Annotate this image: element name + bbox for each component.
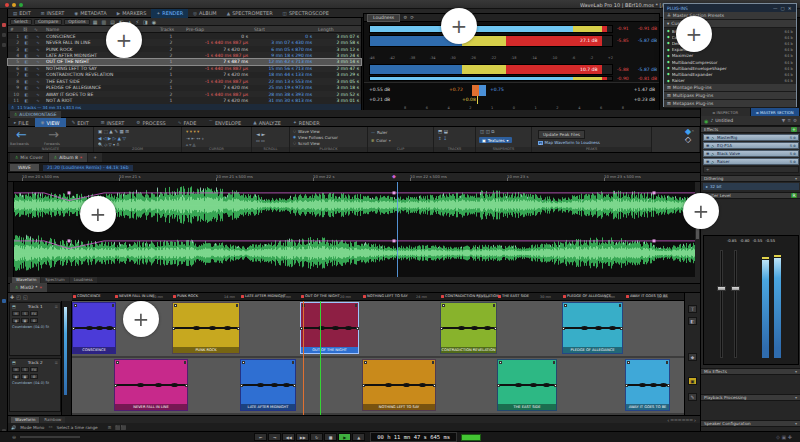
clip-fade-handle[interactable] <box>493 304 496 307</box>
clip-out-of-the-night[interactable]: OUT OF THE NIGHT <box>300 302 359 354</box>
warning-icon[interactable]: ▣ <box>688 377 697 385</box>
song-marker[interactable]: CONSCIENCE <box>73 294 101 298</box>
transport-go-start-button[interactable]: ⇤ <box>254 433 267 441</box>
clip-handle-left[interactable] <box>240 384 243 387</box>
fold-icon[interactable]: ◱ <box>23 294 28 300</box>
track-collapse-icon[interactable]: ⬒ <box>12 304 16 309</box>
clip-fade-handle[interactable] <box>666 361 669 364</box>
montage-footer-tab-waveform[interactable]: Waveform <box>11 417 39 423</box>
ribbon-tab-file[interactable]: ▸FILE <box>8 118 35 127</box>
tracks-icons[interactable]: ⬒ ⬓ <box>438 129 448 134</box>
montage-footer-tab-rainbow[interactable]: Rainbow <box>40 417 65 423</box>
ribbon-tab-envelope[interactable]: ⌒ENVELOPE <box>202 118 247 127</box>
minimize-icon[interactable]: — <box>771 6 779 11</box>
track-option-button[interactable]: ◉ <box>12 374 20 379</box>
montage-lane-1[interactable]: CONSCIENCEPUNK ROCKOUT OF THE NIGHTCONTR… <box>72 301 684 356</box>
wave-file-label[interactable]: 21:20 (Loudness Remix) - 44.1k 16b <box>43 165 133 171</box>
transport-rewind-button[interactable]: ◀◀ <box>282 433 295 441</box>
montage-lane-2[interactable]: NEVER FALL IN LINELATE AFTER MIDNIGHTNOT… <box>72 358 684 413</box>
grid-icon[interactable]: ⊞ <box>108 425 112 430</box>
clip-fade-handle[interactable] <box>442 304 445 307</box>
loudness-tab[interactable]: Loudness <box>367 14 400 22</box>
clip-handle-right[interactable] <box>293 384 296 387</box>
clip-handle-right[interactable] <box>185 384 188 387</box>
cursor-icons[interactable]: ▵ ▿ ◬ <box>186 142 196 147</box>
wave-time-ruler[interactable]: ◆ 10 mn 20 s 500 ms10 mn 21 s10 mn 21 s … <box>8 173 700 182</box>
tool-icon[interactable] <box>2 33 6 37</box>
timecode-display[interactable]: 00 h 11 mn 47 s 645 ms <box>370 432 457 442</box>
audiomontage-tab[interactable]: ≛ AUDIOMONTAGE <box>10 111 61 118</box>
navigate-back-icon[interactable]: ← <box>16 128 27 142</box>
clip-handle-left[interactable] <box>497 384 500 387</box>
record-ready-badge[interactable]: R <box>791 193 797 198</box>
ruler-option[interactable]: —Ruler <box>371 130 387 136</box>
speaker-icon[interactable]: 🔊 <box>11 425 16 430</box>
column-header[interactable]: ⛓ <box>21 27 32 32</box>
marker-diamond-icon[interactable]: ◆ <box>392 173 396 179</box>
clip-fade-handle[interactable] <box>432 361 435 364</box>
clip-handle-right[interactable] <box>620 327 623 330</box>
track-menu-icon[interactable]: ≡ <box>54 304 58 309</box>
track-option-button[interactable]: ⚙ <box>30 374 38 379</box>
cursor-icons[interactable]: ⇥ ⇤ ↔ ⌖ <box>186 136 204 141</box>
master-level-header[interactable]: Master Level R <box>701 192 800 199</box>
maximize-icon[interactable]: ▢ <box>779 6 786 11</box>
effect-slot-black-valve[interactable]: ≡🔊Black ValveS⊗ <box>703 150 799 157</box>
scroll-icons[interactable]: ◄ ► <box>256 131 265 137</box>
fader-handle-left[interactable] <box>717 286 726 291</box>
tracks-icons[interactable]: ↥ ↧ <box>438 136 447 141</box>
track-option-button[interactable]: ▣ <box>21 318 29 323</box>
dither-row[interactable]: ▸ 32 bit <box>703 183 799 190</box>
color-option[interactable]: ✲Color▾ <box>371 138 391 144</box>
transport-go-end-button[interactable]: ⇥ <box>268 433 281 441</box>
ribbon-tab-analyze[interactable]: ▲ANALYZE <box>247 118 287 127</box>
track-s-button[interactable]: S <box>21 311 29 316</box>
table-row[interactable]: 7◧∿CONTRADICTION REVELATION17 s 420 ms18… <box>8 72 361 78</box>
track-fx-button[interactable]: FX <box>30 311 38 316</box>
bottom-header-speaker-configuration[interactable]: Speaker Configuration▾ <box>701 420 800 427</box>
effect-slot-masterrig[interactable]: ≡🔊MasterRigS⊗ <box>703 134 799 141</box>
gear-icon[interactable]: ⚙ <box>793 118 797 123</box>
tool-icon[interactable] <box>2 43 6 47</box>
song-marker[interactable]: OUT OF THE NIGHT <box>301 294 340 298</box>
navigate-forward-icon[interactable]: → <box>48 128 59 142</box>
track-option-button[interactable]: ⚙ <box>30 318 38 323</box>
power-icon[interactable]: ◉ <box>704 118 708 124</box>
track-m-button[interactable]: M <box>12 367 20 372</box>
montage-splitter[interactable]: ◆ ◇ <box>684 127 698 145</box>
track-header[interactable]: ⬒Track 1≡MSFX◉▣⚙Countdown (04.0) St <box>9 302 61 356</box>
clip-fade-handle[interactable] <box>74 304 77 307</box>
block-icon[interactable]: ⬛⬛ <box>115 425 125 430</box>
clip-fade-handle[interactable] <box>619 304 622 307</box>
song-marker[interactable]: NEVER FALL IN LINE <box>115 294 155 298</box>
menu-tab-insert[interactable]: ⊞INSERT <box>36 9 70 18</box>
table-row[interactable]: 4◧∿LATE AFTER MIDNIGHT2-1 s 440 ms 887 µ… <box>8 52 361 58</box>
menu-icon[interactable]: ≡ <box>787 118 791 123</box>
bottom-header-mix-effects[interactable]: Mix Effects▾ <box>701 368 800 375</box>
bypass-icon[interactable]: ⊗ <box>793 136 796 140</box>
zoom-window-icon[interactable] <box>19 3 23 7</box>
solo-icon[interactable]: S <box>790 160 792 164</box>
ribbon-tab-insert[interactable]: ⊞INSERT <box>95 118 131 127</box>
track-menu-icon[interactable]: ≡ <box>54 360 58 365</box>
column-header[interactable]: # <box>8 27 21 32</box>
album-toolbar-icon[interactable]: ⚡ <box>134 19 140 25</box>
clip-handle-right[interactable] <box>554 384 557 387</box>
ribbon-tab-fade[interactable]: ∿FADE <box>172 118 203 127</box>
track-s-button[interactable]: S <box>21 367 29 372</box>
album-toolbar-options-button[interactable]: Options <box>64 19 89 25</box>
zoom-tool-icon[interactable]: ◧ <box>688 317 697 325</box>
track-header[interactable]: ⬒Track 2≡MSFX◉▣⚙Countdown (04.0) St <box>9 358 61 412</box>
album-toolbar-icon[interactable]: ◨ <box>142 19 149 25</box>
song-marker[interactable]: PUNK ROCK <box>173 294 198 298</box>
tab-inspector[interactable]: ≡INSPECTOR <box>701 108 751 116</box>
album-toolbar-icon[interactable]: ◉ <box>151 19 157 25</box>
clip-handle-left[interactable] <box>562 327 565 330</box>
clip-punk-rock[interactable]: PUNK ROCK <box>172 302 240 354</box>
ribbon-tab-process[interactable]: ⚙PROCESS <box>130 118 171 127</box>
table-row[interactable]: 10◧∿AWAY IT GOES TO BE2-1 s 440 ms 887 µ… <box>8 91 361 97</box>
snapshot-icons[interactable]: ◫ ◫ ⧉ <box>480 129 495 134</box>
menu-tab-album[interactable]: ◎ALBUM <box>188 9 222 18</box>
collapse-icon[interactable]: ▾ <box>795 176 797 181</box>
zoom-icons[interactable]: 🔍 ◇ ▽ ▾ ≙ <box>98 142 120 147</box>
